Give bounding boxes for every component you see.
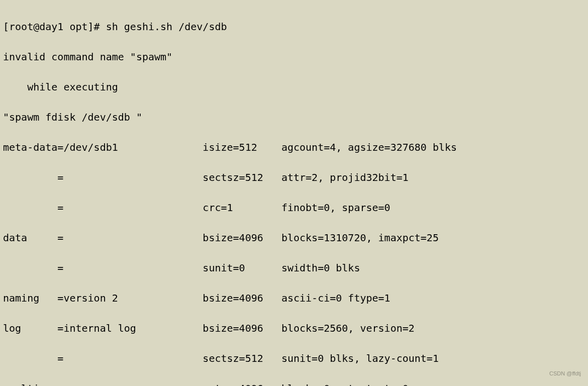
mkfs-output-line: = sectsz=512 sunit=0 blks, lazy-count=1 <box>3 351 588 366</box>
error-line: "spawm fdisk /dev/sdb " <box>3 110 588 125</box>
mkfs-output-line: meta-data=/dev/sdb1 isize=512 agcount=4,… <box>3 140 588 155</box>
mkfs-output-line: log =internal log bsize=4096 blocks=2560… <box>3 321 588 336</box>
error-line: while executing <box>3 79 588 94</box>
mkfs-output-line: = crc=1 finobt=0, sparse=0 <box>3 200 588 215</box>
mkfs-output-line: data = bsize=4096 blocks=1310720, imaxpc… <box>3 230 588 245</box>
watermark: CSDN @ffdtj <box>549 366 581 381</box>
mkfs-output-line: = sunit=0 swidth=0 blks <box>3 260 588 275</box>
error-line: invalid command name "spawm" <box>3 49 588 64</box>
terminal-screen[interactable]: [root@day1 opt]# sh geshi.sh /dev/sdb in… <box>0 0 588 386</box>
mkfs-output-line: = sectsz=512 attr=2, projid32bit=1 <box>3 170 588 185</box>
shell-prompt-line: [root@day1 opt]# sh geshi.sh /dev/sdb <box>3 19 588 34</box>
mkfs-output-line: naming =version 2 bsize=4096 ascii-ci=0 … <box>3 291 588 306</box>
mkfs-output-line: realtime =none extsz=4096 blocks=0, rtex… <box>3 381 588 386</box>
